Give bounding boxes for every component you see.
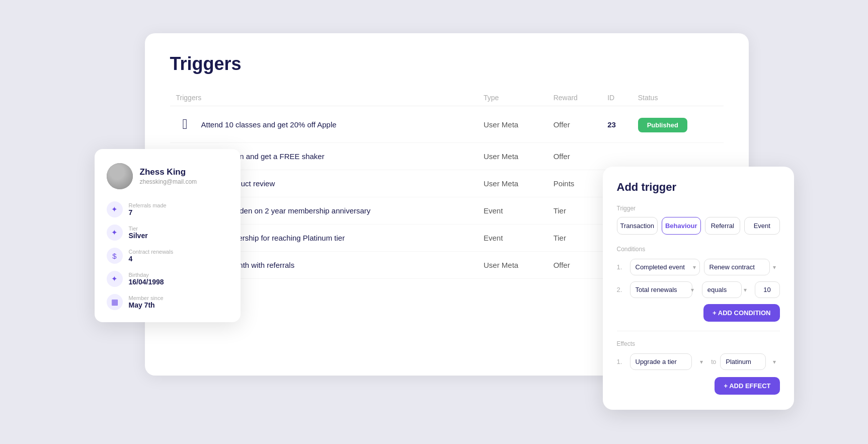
stat-row: ▦Member sinceMay 7th — [107, 294, 228, 310]
stat-value: 4 — [129, 255, 174, 263]
stat-row: ✦Birthday16/04/1998 — [107, 271, 228, 287]
stat-label: Birthday — [129, 272, 164, 278]
add-trigger-title: Add trigger — [617, 181, 780, 194]
col-type: Type — [478, 90, 547, 106]
upgrade-tier-select-wrapper: Upgrade a tier — [630, 353, 707, 370]
apple-icon:  — [176, 115, 194, 133]
page-title: Triggers — [170, 53, 724, 75]
renew-contract-select-wrapper: Renew contract — [704, 259, 780, 275]
user-email: zhessking@mail.com — [140, 178, 197, 185]
trigger-name: Attend 10 classes and get 20% off Apple — [201, 120, 337, 129]
trigger-type: Event — [478, 225, 547, 252]
tier-icon: ✦ — [107, 225, 123, 241]
condition-num-1: 1. — [617, 263, 626, 271]
user-profile-card: Zhess King zhessking@mail.com ✦Referrals… — [95, 149, 241, 322]
table-row[interactable]: Attend 10 classes and get 20% off Apple… — [170, 106, 724, 143]
trigger-type-btn-event[interactable]: Event — [744, 217, 780, 235]
trigger-type: User Meta — [478, 170, 547, 197]
trigger-reward: Tier — [547, 197, 602, 225]
trigger-type-buttons: TransactionBehaviourReferralEvent — [617, 217, 780, 235]
trigger-type: User Meta — [478, 252, 547, 279]
col-status: Status — [632, 90, 724, 106]
stat-value: 16/04/1998 — [129, 278, 164, 286]
add-trigger-panel: Add trigger Trigger TransactionBehaviour… — [603, 167, 794, 410]
total-renewals-select-wrapper: Total renewals — [630, 281, 698, 298]
stat-value: Silver — [129, 232, 148, 240]
contract-icon: $ — [107, 248, 123, 264]
effect-row-1: 1. Upgrade a tier to Platinum — [617, 353, 780, 370]
referral-icon: ✦ — [107, 201, 123, 217]
trigger-type-btn-behaviour[interactable]: Behaviour — [662, 217, 701, 235]
stat-value: 7 — [129, 208, 167, 216]
trigger-type: Event — [478, 197, 547, 225]
add-effect-button[interactable]: + ADD EFFECT — [715, 377, 779, 395]
trigger-reward: Tier — [547, 225, 602, 252]
stat-row: ✦TierSilver — [107, 225, 228, 241]
trigger-field-label: Trigger — [617, 205, 780, 212]
condition-row-1: 1. Completed event Renew contract — [617, 259, 780, 275]
total-renewals-select[interactable]: Total renewals — [630, 281, 692, 298]
trigger-type-btn-transaction[interactable]: Transaction — [617, 217, 658, 235]
trigger-reward: Offer — [547, 106, 602, 143]
trigger-type: User Meta — [478, 143, 547, 170]
stat-label: Member since — [129, 295, 164, 301]
trigger-status — [632, 143, 724, 170]
stat-value: May 7th — [129, 301, 164, 309]
trigger-reward: Points — [547, 170, 602, 197]
condition-row-2: 2. Total renewals equals — [617, 281, 780, 298]
user-stats: ✦Referrals made7✦TierSilver$Contract ren… — [107, 201, 228, 310]
conditions-label: Conditions — [617, 246, 780, 253]
trigger-status: Published — [632, 106, 724, 143]
trigger-id: 23 — [601, 106, 632, 143]
divider — [617, 331, 780, 331]
trigger-reward: Offer — [547, 143, 602, 170]
birthday-icon: ✦ — [107, 271, 123, 287]
effect-num-1: 1. — [617, 358, 626, 365]
renew-contract-select[interactable]: Renew contract — [704, 259, 770, 275]
status-badge: Published — [638, 118, 687, 132]
equals-select[interactable]: equals — [702, 281, 742, 298]
renewal-value-input[interactable] — [755, 281, 780, 298]
stat-label: Contract renewals — [129, 249, 174, 255]
col-id: ID — [601, 90, 632, 106]
col-triggers: Triggers — [170, 90, 478, 106]
platinum-select-wrapper: Platinum — [720, 353, 779, 370]
col-reward: Reward — [547, 90, 602, 106]
avatar — [107, 163, 133, 189]
trigger-reward: Offer — [547, 252, 602, 279]
condition-num-2: 2. — [617, 286, 626, 293]
stat-label: Tier — [129, 226, 148, 232]
completed-event-select[interactable]: Completed event — [630, 259, 700, 275]
trigger-type-btn-referral[interactable]: Referral — [705, 217, 741, 235]
stat-row: $Contract renewals4 — [107, 248, 228, 264]
member-icon: ▦ — [107, 294, 123, 310]
trigger-id — [601, 143, 632, 170]
effect-to-label: to — [711, 358, 716, 365]
add-condition-button[interactable]: + ADD CONDITION — [703, 304, 779, 322]
upgrade-tier-select[interactable]: Upgrade a tier — [630, 353, 692, 370]
user-name: Zhess King — [140, 167, 197, 177]
trigger-type: User Meta — [478, 106, 547, 143]
platinum-select[interactable]: Platinum — [720, 353, 766, 370]
effects-label: Effects — [617, 340, 780, 347]
stat-row: ✦Referrals made7 — [107, 201, 228, 217]
user-card-header: Zhess King zhessking@mail.com — [107, 163, 228, 189]
stat-label: Referrals made — [129, 202, 167, 208]
table-row[interactable]: $30 applied nutrition and get a FREE sha… — [170, 143, 724, 170]
equals-select-wrapper: equals — [702, 281, 751, 298]
completed-event-select-wrapper: Completed event — [630, 259, 700, 275]
